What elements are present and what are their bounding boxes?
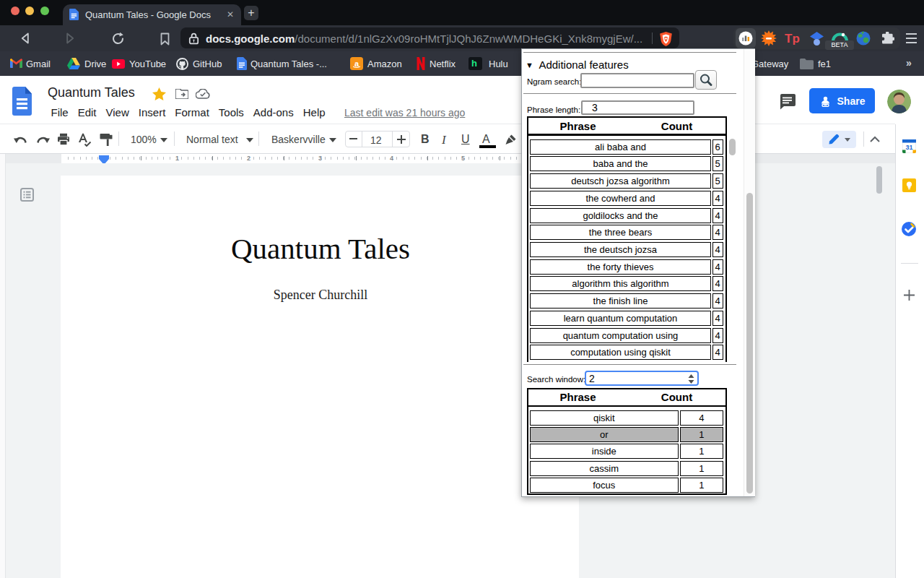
svg-text:a: a bbox=[354, 59, 359, 68]
svg-text:31: 31 bbox=[905, 144, 912, 151]
